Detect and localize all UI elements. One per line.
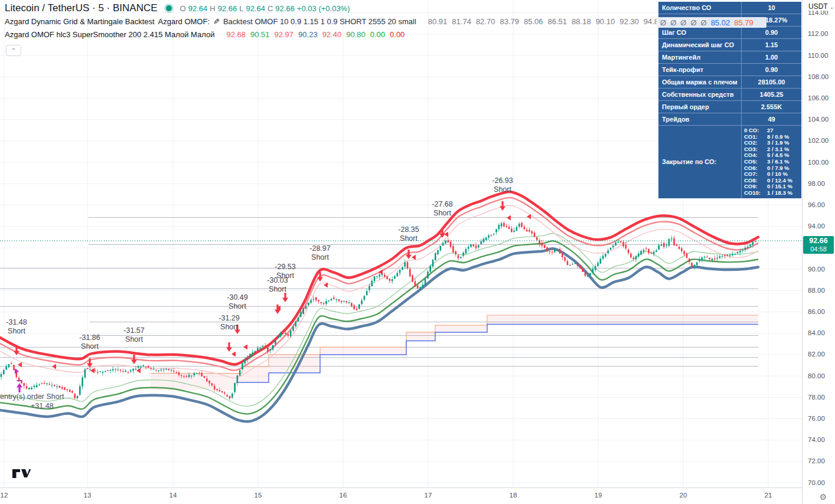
indicator1-subtitle: Azgard OMOF: — [158, 17, 210, 26]
ohlc-item: C — [268, 4, 273, 13]
short-signal-label: Short — [220, 323, 238, 331]
symbol-title[interactable]: Litecoin / TetherUS · 5 · BINANCE — [5, 2, 158, 14]
short-signal-label: Short — [433, 209, 451, 217]
stats-label: Динамический шаг СО — [658, 39, 742, 51]
indicator-value: Ø — [680, 18, 686, 27]
price-tick-label: 80.00 — [808, 372, 825, 379]
indicator1-title[interactable]: Azgard Dynamic Grid & Martingale Backtes… — [5, 17, 155, 26]
indicator-value: 92.30 — [619, 17, 639, 26]
price-tick-label: 82.00 — [808, 351, 825, 358]
short-signal-value: -26.93 — [492, 176, 513, 185]
price-tick-label: 96.00 — [808, 201, 825, 208]
indicator-value: 82.70 — [476, 17, 495, 26]
indicator-value: 86.51 — [548, 17, 567, 26]
current-price-badge: 92.66 04:58 — [803, 236, 834, 254]
avg-entry-fill — [151, 315, 758, 390]
short-signal-value: -31.86 — [79, 333, 100, 342]
tradingview-logo[interactable] — [12, 467, 32, 482]
price-tick-label: 94.00 — [808, 222, 825, 230]
price-tick-label: 100.00 — [808, 159, 829, 166]
price-tick-label: 78.00 — [808, 394, 825, 401]
buy-arrow-icon — [17, 383, 22, 392]
entry-triangle-icon — [231, 352, 236, 357]
price-axis-unit[interactable]: USDT ⌄ — [808, 2, 834, 11]
ohlc-item: 92.64 — [246, 4, 265, 13]
backtest-stats-table: Количество СО10Ширина сетки18.27%Шаг СО0… — [658, 2, 801, 198]
stats-value: 1405.25 — [742, 89, 801, 100]
short-signal-label: Short — [81, 342, 99, 351]
price-tick-label: 88.00 — [808, 287, 825, 294]
indicator-legend-row-2[interactable]: Azgard OMOF hlc3 SuperSmoother 200 2.415… — [5, 30, 405, 39]
stats-row: Динамический шаг СО1.15 — [658, 39, 801, 51]
entry-triangle-icon — [527, 214, 531, 220]
stats-value: 49 — [742, 113, 801, 125]
market-status-icon[interactable] — [166, 5, 172, 11]
symbol-legend-row[interactable]: Litecoin / TetherUS · 5 · BINANCE O92.64… — [5, 2, 350, 14]
short-signal-value: -31.57 — [123, 326, 144, 335]
edit-icon[interactable]: ✎ — [213, 17, 220, 26]
indicator-value: Ø — [701, 18, 707, 27]
indicator-value: 83.79 — [500, 17, 519, 26]
stats-value: 28105.00 — [742, 76, 801, 88]
indicator-legend-row-1[interactable]: Azgard Dynamic Grid & Martingale Backtes… — [5, 17, 695, 26]
stats-value: 1.00 — [742, 51, 801, 63]
price-tick-label: 84.00 — [808, 329, 825, 336]
closure-line: CO5:3 / 6.1 % — [744, 159, 799, 165]
price-tick-label: 112.00 — [808, 30, 828, 37]
red-medium-line — [0, 198, 758, 371]
closure-breakdown: 0 CO:27CO1:8 / 0.9 %CO2:3 / 1.9 %CO3:2 /… — [742, 126, 801, 198]
indicator2-title[interactable]: Azgard OMOF hlc3 SuperSmoother 200 2.415… — [5, 30, 214, 39]
short-signal-label: Short — [494, 185, 511, 194]
bar-countdown: 04:58 — [803, 246, 834, 254]
time-tick-label: 16 — [340, 492, 347, 499]
indicator-value: 0.00 — [390, 30, 405, 39]
entry-order-label: entry(s) order Short — [0, 392, 64, 401]
indicator-value-orange: 85.79 — [734, 18, 754, 27]
axis-settings-gear-icon[interactable]: ⚙ — [819, 492, 827, 502]
stats-label: Тейк-профит — [658, 64, 742, 76]
time-tick-label: 20 — [680, 492, 687, 499]
ohlc-values: O92.64H92.66L92.64C92.66+0.03 (+0.03%) — [180, 4, 350, 13]
ohlc-item: 92.66 — [218, 4, 237, 13]
time-axis[interactable]: 12131415161718192021 — [0, 487, 802, 504]
price-axis[interactable]: USDT ⌄ 114.00112.00110.00108.00106.00104… — [802, 0, 835, 504]
indicator-value: 0.00 — [370, 30, 385, 39]
price-tick-label: 104.00 — [808, 116, 829, 123]
indicator-value: 81.74 — [452, 17, 471, 26]
legend-collapse-button[interactable]: ⌃ — [6, 45, 21, 56]
stats-label: Трейдов — [658, 113, 742, 125]
ohlc-item: 92.66 — [275, 4, 295, 13]
entry-triangle-icon — [379, 270, 383, 275]
price-tick-label: 76.00 — [808, 415, 825, 422]
short-signal-label: Short — [229, 302, 246, 310]
entry-triangle-icon — [243, 345, 247, 350]
ohlc-item: 92.64 — [188, 4, 208, 13]
stats-value: 2.555K — [742, 101, 801, 113]
stats-label: Общая маржа с плечом 20 — [658, 76, 742, 88]
ohlc-item: L — [239, 4, 243, 13]
entry-triangle-icon — [412, 255, 416, 260]
short-signal-label: Short — [400, 234, 418, 243]
short-signal-value: -29.53 — [275, 263, 295, 271]
ohlc-item: H — [210, 4, 215, 13]
stats-row: Первый ордер2.555K — [658, 101, 801, 113]
short-signal-value: -28.35 — [398, 225, 419, 234]
short-signal-value: -28.97 — [309, 244, 330, 253]
price-tick-label: 70.00 — [808, 479, 825, 486]
stats-label: Мартингейл — [658, 51, 742, 63]
indicator1-params: Backtest OMOF 10 0.9 1.15 1 0.9 SHORT 25… — [223, 17, 416, 26]
indicator1-values: 80.9181.7482.7083.7985.0686.5188.1890.10… — [428, 17, 695, 26]
ohlc-item: +0.03 (+0.03%) — [297, 4, 350, 13]
chart-pane[interactable]: -31.48Short-31.86Short-31.57Short-30.49S… — [0, 0, 802, 487]
short-signal-value: -31.48 — [6, 318, 27, 326]
price-tick-label: 98.00 — [808, 180, 825, 187]
indicator-value-blue: 85.02 — [711, 18, 730, 27]
short-signal-value: -27.68 — [432, 200, 452, 208]
price-tick-label: 108.00 — [808, 73, 829, 80]
entry-order-value: +31.48 — [31, 402, 54, 410]
stats-value: 0.90 — [742, 64, 801, 76]
indicator-value: 90.23 — [298, 30, 318, 39]
stats-row: Мартингейл1.00 — [658, 51, 801, 64]
closure-line: CO10:1 / 18.3 % — [744, 190, 799, 197]
price-tick-label: 90.00 — [808, 266, 825, 273]
